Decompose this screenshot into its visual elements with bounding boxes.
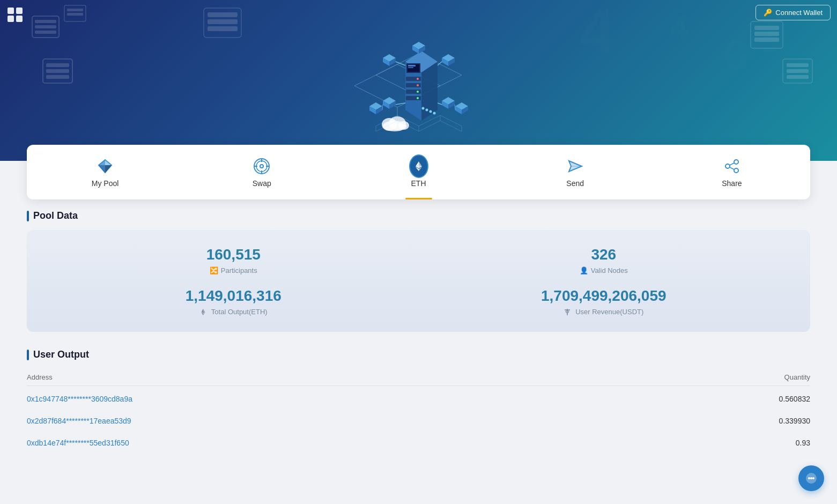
svg-rect-20: [754, 32, 779, 36]
svg-point-78: [421, 107, 424, 110]
svg-line-69: [438, 103, 442, 105]
server-illustration: [344, 21, 494, 150]
svg-point-136: [810, 477, 812, 479]
address-cell-1: 0x2d87f684********17eaea53d9: [27, 417, 131, 425]
tab-eth[interactable]: ETH: [340, 150, 497, 194]
svg-rect-25: [787, 75, 809, 79]
share-icon: [722, 157, 742, 176]
stat-total-output: 1,149,016,316 Total Output(ETH): [48, 287, 419, 316]
svg-rect-14: [208, 26, 238, 31]
participants-value: 160,515: [206, 246, 261, 263]
valid-nodes-icon: 👤: [580, 266, 588, 275]
eth-label: ETH: [411, 179, 426, 188]
svg-rect-13: [208, 19, 238, 24]
pool-data-section-title: Pool Data: [27, 210, 810, 221]
stat-user-revenue: 1,709,499,206,059 User Revenue(USDT): [419, 287, 789, 316]
table-row: 0x2d87f684********17eaea53d9 0.339930: [27, 410, 810, 432]
svg-point-85: [398, 121, 409, 130]
valid-nodes-value: 326: [591, 246, 616, 263]
swap-icon: [252, 157, 271, 176]
svg-line-125: [730, 167, 734, 169]
participants-label: 🔀 Participants: [210, 266, 257, 275]
nav-tabs: My Pool Swap: [27, 145, 810, 199]
svg-point-46: [417, 97, 419, 99]
column-quantity-header: Quantity: [784, 373, 810, 381]
chat-icon: [805, 472, 818, 485]
svg-rect-21: [754, 38, 779, 42]
address-cell-0: 0x1c947748********3609cd8a9a: [27, 395, 132, 403]
svg-line-57: [396, 62, 405, 65]
svg-rect-9: [46, 69, 69, 73]
svg-point-107: [261, 165, 263, 167]
svg-rect-8: [46, 63, 69, 67]
svg-rect-10: [46, 75, 69, 79]
tab-my-pool[interactable]: My Pool: [27, 150, 183, 194]
svg-point-79: [425, 109, 428, 112]
eth-small-icon: [199, 308, 207, 316]
hero-section: 4 6 4 🔑 Connect Wallet: [0, 0, 837, 161]
participants-icon: 🔀: [210, 266, 218, 275]
total-output-value: 1,149,016,316: [186, 287, 282, 305]
usdt-icon: [564, 308, 571, 316]
svg-point-135: [808, 477, 810, 479]
tab-send[interactable]: Send: [497, 150, 654, 194]
svg-rect-23: [787, 63, 809, 67]
column-address-header: Address: [27, 373, 53, 381]
svg-rect-5: [67, 9, 83, 11]
main-content: Pool Data 160,515 🔀 Participants 326 👤 V…: [0, 210, 837, 476]
key-icon: 🔑: [764, 9, 772, 17]
share-label: Share: [722, 179, 742, 188]
tab-share[interactable]: Share: [654, 150, 810, 194]
chat-button[interactable]: [798, 465, 824, 491]
svg-line-77: [455, 105, 455, 110]
svg-point-81: [433, 112, 435, 115]
svg-point-45: [417, 91, 419, 93]
user-output-title: User Output: [27, 349, 810, 360]
pool-data-card: 160,515 🔀 Participants 326 👤 Valid Nodes…: [27, 230, 810, 332]
tab-swap[interactable]: Swap: [183, 150, 340, 194]
table-header: Address Quantity: [27, 369, 810, 386]
svg-rect-12: [208, 12, 238, 17]
svg-point-123: [725, 164, 730, 168]
eth-icon: [409, 157, 428, 176]
svg-point-44: [417, 84, 419, 86]
svg-line-92: [419, 121, 440, 131]
svg-line-124: [730, 163, 734, 165]
svg-rect-2: [35, 25, 56, 28]
swap-label: Swap: [253, 179, 271, 188]
svg-point-137: [812, 477, 814, 479]
svg-line-93: [440, 121, 462, 131]
svg-line-89: [440, 115, 462, 126]
svg-text:6: 6: [724, 31, 748, 79]
svg-text:4: 4: [579, 0, 615, 67]
svg-point-80: [429, 110, 432, 113]
svg-rect-49: [408, 65, 416, 66]
table-row: 0xdb14e74f********55ed31f650 0.93: [27, 432, 810, 454]
svg-text:4: 4: [670, 9, 688, 45]
svg-rect-1: [35, 20, 56, 23]
svg-rect-3: [35, 31, 56, 34]
svg-rect-19: [754, 26, 779, 30]
total-output-label: Total Output(ETH): [199, 308, 268, 316]
svg-rect-50: [408, 67, 413, 68]
user-output-section: User Output Address Quantity 0x1c947748*…: [27, 349, 810, 454]
table-row: 0x1c947748********3609cd8a9a 0.560832: [27, 388, 810, 410]
quantity-cell-1: 0.339930: [779, 417, 810, 425]
svg-rect-24: [787, 69, 809, 73]
quantity-cell-2: 0.93: [796, 439, 810, 447]
svg-rect-6: [67, 13, 83, 16]
user-revenue-value: 1,709,499,206,059: [541, 287, 666, 305]
send-icon: [566, 157, 585, 176]
valid-nodes-label: 👤 Valid Nodes: [580, 266, 628, 275]
connect-wallet-button[interactable]: 🔑 Connect Wallet: [755, 5, 831, 20]
user-revenue-label: User Revenue(USDT): [564, 308, 643, 316]
address-cell-2: 0xdb14e74f********55ed31f650: [27, 439, 129, 447]
send-label: Send: [566, 179, 584, 188]
svg-point-122: [734, 168, 738, 173]
my-pool-label: My Pool: [92, 179, 119, 188]
diamond-icon: [95, 157, 115, 176]
svg-line-73: [382, 105, 383, 110]
svg-point-121: [734, 160, 738, 164]
stat-participants: 160,515 🔀 Participants: [48, 246, 419, 275]
quantity-cell-0: 0.560832: [779, 395, 810, 403]
